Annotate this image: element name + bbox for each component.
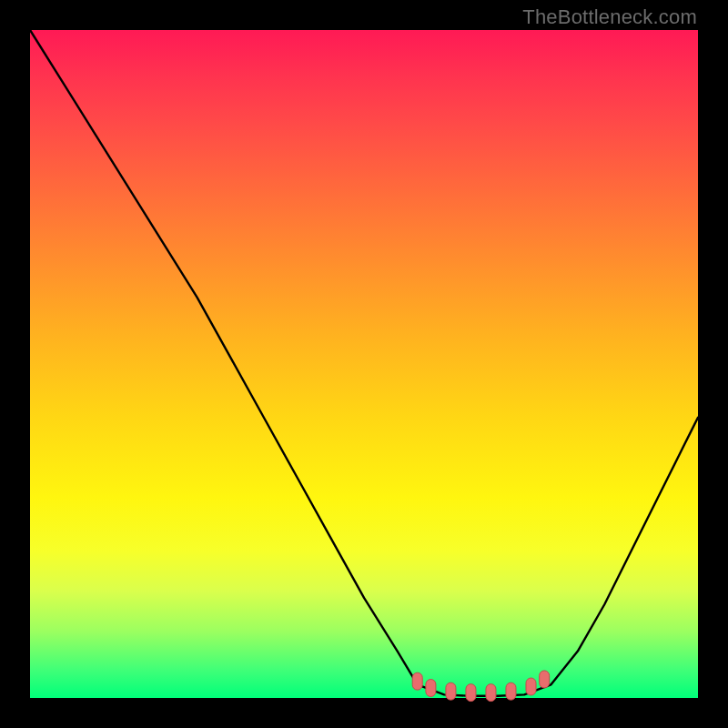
optimal-marker: [526, 678, 536, 695]
optimal-marker: [426, 679, 436, 696]
chart-frame: TheBottleneck.com: [0, 0, 728, 728]
attribution-text: TheBottleneck.com: [522, 5, 697, 29]
optimal-marker: [506, 682, 516, 700]
optimal-marker: [446, 682, 456, 700]
chart-svg: [30, 30, 698, 698]
bottleneck-curve-path: [30, 30, 698, 696]
optimal-marker: [466, 684, 476, 702]
curve-layer: [30, 30, 698, 696]
optimal-marker: [540, 671, 550, 688]
optimal-marker: [486, 684, 496, 702]
optimal-marker: [412, 672, 422, 690]
